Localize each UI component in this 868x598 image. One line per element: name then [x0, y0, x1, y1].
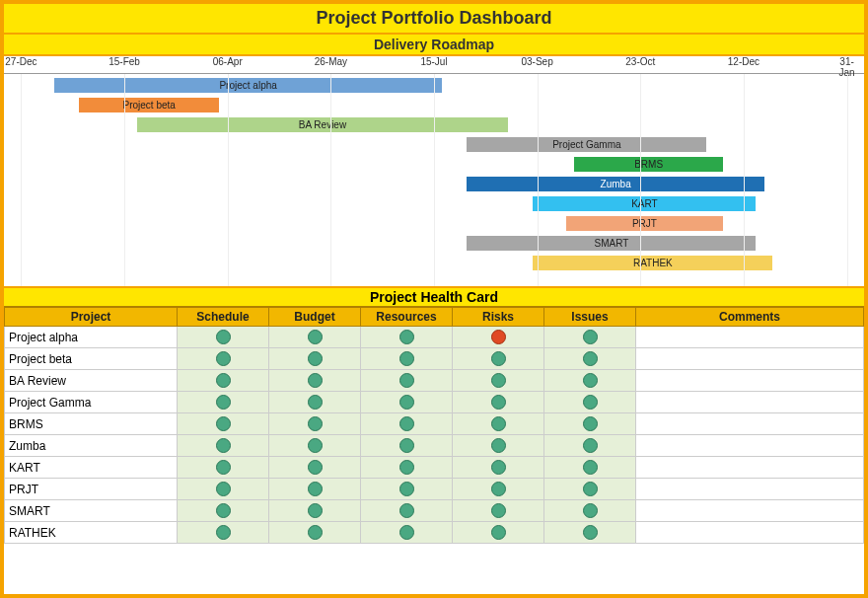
status-dot-green — [216, 460, 231, 475]
table-row: BRMS — [5, 413, 864, 435]
status-dot-green — [491, 482, 506, 496]
health-table: Project Schedule Budget Resources Risks … — [4, 307, 864, 544]
comments-cell — [636, 392, 864, 413]
status-dot-green — [216, 395, 231, 410]
status-dot-green — [308, 416, 323, 431]
project-cell: Project alpha — [5, 327, 178, 348]
status-dot-green — [308, 525, 323, 540]
status-cell — [178, 500, 269, 522]
status-cell — [361, 370, 453, 392]
gantt-bar: Project beta — [79, 98, 219, 112]
comments-cell — [636, 500, 864, 522]
status-cell — [544, 522, 636, 544]
gridline — [640, 74, 641, 286]
gantt-bar: Project Gamma — [467, 137, 706, 152]
status-dot-green — [583, 373, 598, 388]
project-cell: SMART — [5, 500, 178, 522]
status-cell — [544, 435, 636, 457]
gridline — [124, 74, 125, 286]
axis-tick: 06-Apr — [213, 56, 243, 67]
status-cell — [453, 500, 544, 522]
status-cell — [361, 413, 453, 435]
status-cell — [544, 413, 636, 435]
project-cell: Zumba — [5, 435, 178, 457]
status-dot-green — [399, 416, 414, 431]
status-dot-green — [491, 373, 506, 388]
status-dot-green — [491, 395, 506, 410]
comments-cell — [636, 522, 864, 544]
status-dot-green — [583, 503, 598, 518]
status-cell — [178, 522, 269, 544]
roadmap-title: Delivery Roadmap — [4, 35, 864, 56]
gridline — [847, 74, 848, 286]
status-cell — [178, 457, 269, 479]
status-cell — [269, 500, 361, 522]
status-dot-green — [308, 503, 323, 518]
health-header-risks: Risks — [453, 308, 544, 327]
status-cell — [544, 348, 636, 370]
status-cell — [453, 457, 544, 479]
gantt-bar: Project alpha — [54, 78, 442, 93]
table-row: Project beta — [5, 348, 864, 370]
comments-cell — [636, 479, 864, 500]
status-cell — [453, 348, 544, 370]
status-cell — [269, 392, 361, 413]
status-dot-green — [583, 525, 598, 540]
status-dot-green — [216, 503, 231, 518]
table-row: BA Review — [5, 370, 864, 392]
status-cell — [178, 327, 269, 348]
axis-tick: 27-Dec — [5, 56, 36, 67]
status-cell — [544, 479, 636, 500]
health-header-project: Project — [5, 308, 178, 327]
status-dot-green — [308, 460, 323, 475]
comments-cell — [636, 457, 864, 479]
comments-cell — [636, 435, 864, 457]
status-dot-green — [308, 351, 323, 366]
status-cell — [269, 522, 361, 544]
status-dot-green — [399, 503, 414, 518]
status-dot-green — [583, 351, 598, 366]
status-cell — [544, 370, 636, 392]
project-cell: BRMS — [5, 413, 178, 435]
status-dot-green — [216, 351, 231, 366]
status-cell — [269, 479, 361, 500]
comments-cell — [636, 370, 864, 392]
status-dot-green — [583, 330, 598, 344]
status-dot-green — [399, 395, 414, 410]
status-dot-green — [399, 373, 414, 388]
status-cell — [544, 327, 636, 348]
status-dot-red — [491, 330, 506, 344]
gantt-bar: SMART — [467, 236, 756, 251]
health-header-comments: Comments — [636, 308, 864, 327]
status-cell — [453, 479, 544, 500]
status-cell — [453, 413, 544, 435]
status-dot-green — [583, 460, 598, 475]
comments-cell — [636, 348, 864, 370]
table-row: KART — [5, 457, 864, 479]
gantt-bar: RATHEK — [533, 256, 772, 270]
status-cell — [269, 435, 361, 457]
gridline — [744, 74, 745, 286]
health-header-row: Project Schedule Budget Resources Risks … — [5, 308, 864, 327]
axis-tick: 12-Dec — [728, 56, 760, 67]
status-dot-green — [216, 525, 231, 540]
status-cell — [453, 435, 544, 457]
table-row: RATHEK — [5, 522, 864, 544]
table-row: Project alpha — [5, 327, 864, 348]
status-cell — [361, 392, 453, 413]
status-cell — [178, 435, 269, 457]
axis-tick: 26-May — [315, 56, 347, 67]
status-dot-green — [216, 416, 231, 431]
status-dot-green — [399, 330, 414, 344]
gridline — [21, 74, 22, 286]
status-dot-green — [399, 438, 414, 453]
status-cell — [453, 522, 544, 544]
status-cell — [269, 370, 361, 392]
roadmap-axis: 27-Dec15-Feb06-Apr26-May15-Jul03-Sep23-O… — [4, 56, 864, 74]
status-cell — [269, 348, 361, 370]
status-dot-green — [491, 351, 506, 366]
project-cell: PRJT — [5, 479, 178, 500]
health-header-budget: Budget — [269, 308, 361, 327]
status-cell — [361, 457, 453, 479]
table-row: Zumba — [5, 435, 864, 457]
